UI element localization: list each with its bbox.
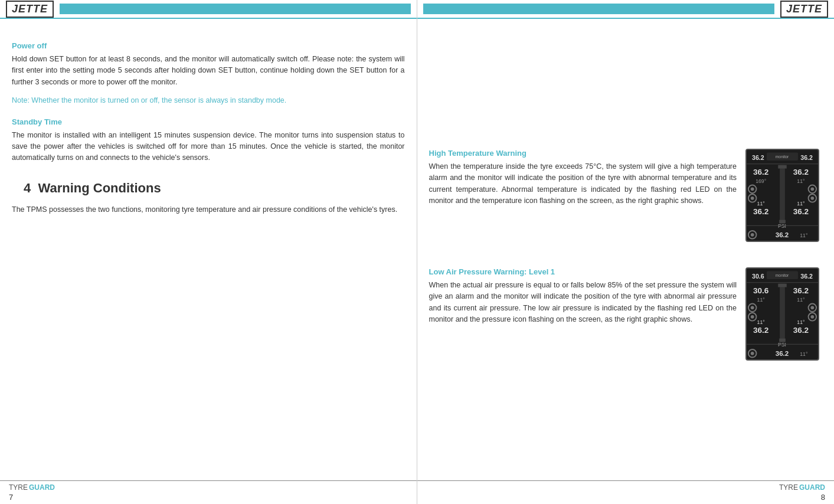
power-off-body: Hold down SET button for at least 8 seco… xyxy=(12,54,405,88)
right-logo: JETTE xyxy=(780,1,828,18)
svg-point-10 xyxy=(751,187,754,191)
low-pressure-body: When the actual air pressure is equal to… xyxy=(429,280,737,326)
svg-text:36.2: 36.2 xyxy=(793,207,809,216)
high-temp-title: High Temperature Warning xyxy=(429,149,737,158)
svg-text:11°: 11° xyxy=(757,297,765,303)
svg-text:36.2: 36.2 xyxy=(793,168,809,176)
left-footer-tyre: TYRE xyxy=(9,483,28,492)
power-off-title: Power off xyxy=(12,41,405,50)
svg-text:36.2: 36.2 xyxy=(793,326,809,335)
right-content: High Temperature Warning When the temper… xyxy=(417,19,835,480)
left-footer-guard: GUARD xyxy=(29,483,55,492)
svg-text:36.2: 36.2 xyxy=(752,154,764,161)
low-pressure-monitor-image: monitor 30.6 36.2 30.6 11° 36.2 xyxy=(745,267,822,362)
chapter-body-text: The TPMS possesses the two functions, mo… xyxy=(12,204,405,215)
chapter-number: 4 xyxy=(24,181,38,195)
left-header: JETTE xyxy=(0,0,417,19)
svg-text:11°: 11° xyxy=(757,201,765,207)
page-container: JETTE Power off Hold down SET button for… xyxy=(0,0,834,504)
right-top-spacer xyxy=(429,31,823,149)
svg-point-45 xyxy=(751,306,754,309)
svg-text:30.6: 30.6 xyxy=(752,273,764,280)
svg-text:36.2: 36.2 xyxy=(800,154,813,161)
svg-text:11°: 11° xyxy=(757,319,765,325)
svg-rect-16 xyxy=(780,165,785,224)
high-temp-monitor-image: monitor 36.2 36.2 36.2 169° xyxy=(745,149,822,244)
right-page: JETTE High Temperature Warning When the … xyxy=(417,0,835,504)
svg-point-28 xyxy=(810,197,814,200)
svg-text:11°: 11° xyxy=(797,201,804,207)
low-pressure-title: Low Air Pressure Warning: Level 1 xyxy=(429,267,737,276)
high-temp-text-block: High Temperature Warning When the temper… xyxy=(429,149,746,207)
svg-text:11°: 11° xyxy=(800,351,807,357)
svg-point-67 xyxy=(751,352,754,355)
svg-point-32 xyxy=(751,233,754,237)
left-logo: JETTE xyxy=(6,1,54,18)
svg-rect-17 xyxy=(778,165,787,169)
svg-text:36.2: 36.2 xyxy=(776,231,789,238)
svg-rect-51 xyxy=(780,284,785,342)
left-content: Power off Hold down SET button for at le… xyxy=(0,19,417,480)
low-pressure-monitor-svg: monitor 30.6 36.2 30.6 11° 36.2 xyxy=(745,267,819,361)
svg-text:36.2: 36.2 xyxy=(776,349,789,357)
svg-point-50 xyxy=(810,306,814,309)
svg-point-63 xyxy=(810,315,814,319)
left-header-bar xyxy=(60,4,410,14)
standby-time-title: Standby Time xyxy=(12,117,405,126)
svg-text:PSI: PSI xyxy=(778,223,786,229)
svg-text:monitor: monitor xyxy=(776,273,789,277)
right-page-number: 8 xyxy=(779,493,825,502)
right-header: JETTE xyxy=(417,0,835,19)
low-pressure-section: Low Air Pressure Warning: Level 1 When t… xyxy=(429,267,823,362)
svg-text:36.2: 36.2 xyxy=(800,273,813,280)
left-footer-text: TYREGUARD 7 xyxy=(9,483,55,502)
svg-point-15 xyxy=(810,187,814,191)
high-temp-section: High Temperature Warning When the temper… xyxy=(429,149,823,244)
svg-text:36.2: 36.2 xyxy=(753,326,768,335)
svg-text:PSI: PSI xyxy=(778,342,786,348)
svg-text:11°: 11° xyxy=(797,319,804,325)
right-footer-guard: GUARD xyxy=(799,483,825,492)
right-footer-tyre: TYRE xyxy=(779,483,798,492)
svg-text:36.2: 36.2 xyxy=(793,286,809,295)
right-footer: TYREGUARD 8 xyxy=(417,480,835,504)
svg-point-23 xyxy=(751,197,754,200)
svg-text:11°: 11° xyxy=(797,297,804,303)
standby-time-section: Standby Time The monitor is installed wi… xyxy=(12,117,405,164)
low-pressure-text-block: Low Air Pressure Warning: Level 1 When t… xyxy=(429,267,746,326)
standby-time-body: The monitor is installed with an intelli… xyxy=(12,130,405,164)
left-page: JETTE Power off Hold down SET button for… xyxy=(0,0,417,504)
svg-text:169°: 169° xyxy=(755,178,766,184)
power-off-section: Power off Hold down SET button for at le… xyxy=(12,41,405,107)
left-footer: TYREGUARD 7 xyxy=(0,480,417,504)
power-off-note: Note: Whether the monitor is turned on o… xyxy=(12,95,405,106)
svg-text:36.2: 36.2 xyxy=(753,168,768,176)
left-page-number: 7 xyxy=(9,493,55,502)
chapter-body: The TPMS possesses the two functions, mo… xyxy=(12,204,405,215)
chapter-4-heading: 4 Warning Conditions xyxy=(24,181,405,196)
chapter-title: Warning Conditions xyxy=(38,181,161,195)
svg-text:30.6: 30.6 xyxy=(753,286,769,295)
svg-rect-52 xyxy=(778,284,787,287)
svg-text:monitor: monitor xyxy=(776,155,789,159)
svg-point-58 xyxy=(751,315,754,319)
right-header-bar xyxy=(423,4,774,14)
svg-text:36.2: 36.2 xyxy=(753,207,768,216)
high-temp-body: When the temperature inside the tyre exc… xyxy=(429,161,737,207)
svg-text:11°: 11° xyxy=(800,233,807,238)
svg-text:11°: 11° xyxy=(797,178,804,184)
right-footer-text: TYREGUARD 8 xyxy=(779,483,825,502)
high-temp-monitor-svg: monitor 36.2 36.2 36.2 169° xyxy=(745,149,819,242)
